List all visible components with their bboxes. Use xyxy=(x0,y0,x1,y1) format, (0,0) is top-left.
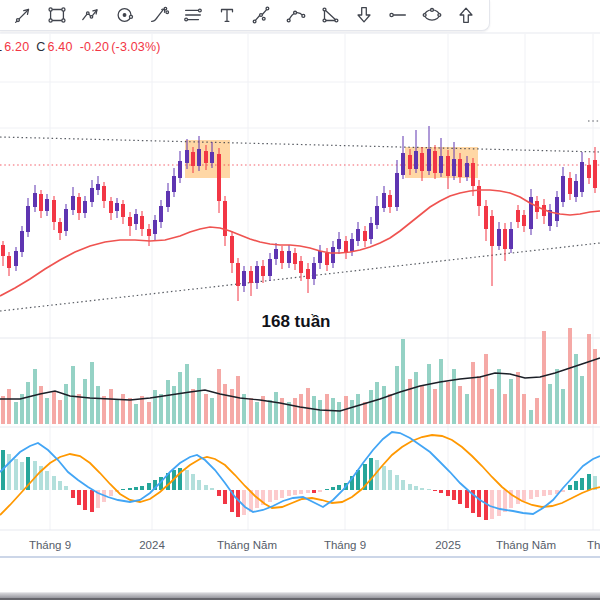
price-legend: L6.20C6.40-0.20(-3.03%) xyxy=(0,40,163,54)
macd-histogram-bar xyxy=(433,490,437,491)
text-tool-icon[interactable] xyxy=(214,2,240,28)
candle-body xyxy=(375,206,379,225)
candle-body xyxy=(452,159,456,176)
volume-bar xyxy=(395,366,399,424)
arrow-down-icon[interactable] xyxy=(351,2,377,28)
candle-body xyxy=(210,152,214,163)
trend-line-icon[interactable] xyxy=(10,2,36,28)
candle-body xyxy=(83,201,87,213)
volume-bar xyxy=(542,331,546,424)
candle-body xyxy=(121,204,125,217)
candle-body xyxy=(230,236,234,263)
volume-bar xyxy=(178,372,182,424)
macd-histogram-bar xyxy=(14,459,18,490)
candle-body xyxy=(249,271,253,283)
macd-histogram-bar xyxy=(574,481,578,490)
volume-bar xyxy=(1,396,5,424)
volume-bar xyxy=(484,354,488,424)
trading-chart-window: Tháng 92024Tháng NămTháng 92025Tháng Năm… xyxy=(0,0,600,600)
circle-point-icon[interactable] xyxy=(112,2,138,28)
macd-histogram-bar xyxy=(325,489,329,490)
candle-body xyxy=(134,214,138,224)
rectangle-icon[interactable] xyxy=(44,2,70,28)
volume-bar xyxy=(33,369,37,424)
volume-bar xyxy=(45,398,49,424)
candle-body xyxy=(574,181,578,197)
volume-bar xyxy=(420,386,424,424)
time-axis-label: Tháng Năm xyxy=(217,539,277,551)
candle-body xyxy=(109,201,113,213)
volume-bar xyxy=(185,364,189,424)
volume-bar xyxy=(350,400,354,424)
macd-histogram-bar xyxy=(58,481,62,490)
candle-body xyxy=(178,161,182,178)
volume-bar xyxy=(102,396,106,424)
macd-histogram-bar xyxy=(280,490,284,498)
disjoint-channel-icon[interactable] xyxy=(248,2,274,28)
candle-body xyxy=(555,197,559,221)
candle-body xyxy=(458,159,462,177)
candle-body xyxy=(427,149,431,171)
volume-bar xyxy=(433,389,437,424)
macd-histogram-bar xyxy=(318,490,322,492)
volume-bar xyxy=(580,376,584,424)
wave-zigzag-icon[interactable] xyxy=(78,2,104,28)
candle-body xyxy=(318,251,322,263)
macd-histogram-bar xyxy=(420,488,424,490)
candle-body xyxy=(166,191,170,207)
macd-histogram-bar xyxy=(268,490,272,502)
candle-body xyxy=(39,194,43,211)
candle-body xyxy=(401,153,405,175)
macd-histogram-bar xyxy=(522,490,526,501)
candle-body xyxy=(471,163,475,186)
volume-bar xyxy=(503,394,507,424)
volume-bar xyxy=(414,372,418,424)
candle-body xyxy=(71,196,75,210)
volume-bar xyxy=(230,389,234,424)
macd-histogram-bar xyxy=(542,490,546,496)
volume-bar xyxy=(90,362,94,424)
parallel-lines-icon[interactable] xyxy=(180,2,206,28)
candle-body xyxy=(90,188,94,202)
volume-bar xyxy=(172,386,176,424)
macd-histogram-bar xyxy=(331,487,335,490)
horizontal-ray-icon[interactable] xyxy=(385,2,411,28)
candle-body xyxy=(522,215,526,226)
arrow-up-icon[interactable] xyxy=(453,2,479,28)
trendline xyxy=(0,137,600,152)
macd-histogram-bar xyxy=(90,490,94,512)
volume-bar xyxy=(382,386,386,424)
brush-icon[interactable] xyxy=(146,2,172,28)
volume-bar xyxy=(446,382,450,424)
volume-bar xyxy=(427,364,431,424)
volume-bar xyxy=(561,389,565,424)
time-axis-label: 2024 xyxy=(139,539,165,551)
volume-bar xyxy=(587,334,591,424)
volume-bar xyxy=(293,398,297,424)
candle-body xyxy=(172,176,176,192)
volume-bar xyxy=(465,394,469,424)
close-value: 6.40 xyxy=(48,40,73,54)
volume-bar xyxy=(363,402,367,424)
time-axis-label: Tháng 9 xyxy=(324,539,366,551)
candle-body xyxy=(446,156,450,176)
taskbar-strip xyxy=(0,592,600,600)
chart-canvas[interactable]: Tháng 92024Tháng NămTháng 92025Tháng Năm… xyxy=(0,0,600,600)
macd-histogram-bar xyxy=(204,485,208,490)
volume-bar xyxy=(535,398,539,424)
candle-body xyxy=(185,150,189,163)
triangle-icon[interactable] xyxy=(317,2,343,28)
ellipse-icon[interactable] xyxy=(419,2,445,28)
volume-bar xyxy=(52,391,56,424)
macd-histogram-bar xyxy=(83,490,87,510)
macd-histogram-bar xyxy=(223,490,227,504)
time-axis-label: Tháng 9 xyxy=(587,539,600,551)
macd-histogram-bar xyxy=(64,486,68,490)
candle-body xyxy=(331,247,335,263)
volume-bar xyxy=(121,394,125,424)
volume-bar xyxy=(548,384,552,424)
candle-body xyxy=(465,163,469,177)
candle-body xyxy=(509,229,513,249)
curve-icon[interactable] xyxy=(283,2,309,28)
volume-bar xyxy=(299,394,303,424)
